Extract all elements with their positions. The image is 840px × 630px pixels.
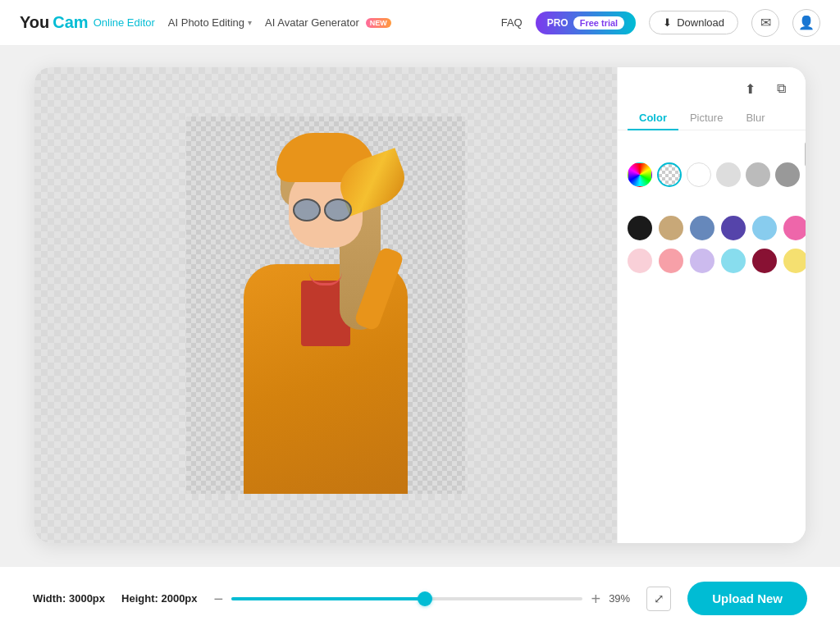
color-row-3	[628, 249, 796, 273]
bottom-bar: Width: 3000px Height: 2000px − + 39% ⤢ U…	[0, 566, 840, 630]
zoom-controls: − + 39%	[214, 591, 631, 607]
chevron-down-icon: ▾	[248, 18, 252, 27]
logo: YouCam Online Editor	[20, 13, 155, 32]
tab-picture[interactable]: Picture	[678, 107, 734, 130]
color-row-2	[628, 216, 796, 240]
glass-right	[324, 199, 352, 221]
color-swatch-sky[interactable]	[721, 249, 746, 273]
color-swatch-transparent[interactable]	[657, 162, 682, 187]
zoom-plus-button[interactable]: +	[591, 591, 600, 607]
user-button[interactable]: 👤	[792, 9, 820, 37]
compare-icon-btn[interactable]: ⧉	[769, 77, 792, 100]
canvas-area[interactable]	[34, 67, 617, 543]
zoom-slider[interactable]	[231, 591, 582, 607]
color-swatch-purple[interactable]	[721, 216, 746, 240]
width-label: Width: 3000px	[33, 592, 105, 605]
navbar: YouCam Online Editor AI Photo Editing ▾ …	[0, 0, 840, 46]
color-scrollbar-thumb	[805, 142, 806, 167]
color-grid	[618, 130, 806, 285]
glass-left	[293, 199, 321, 221]
zoom-fill	[231, 597, 425, 600]
download-button[interactable]: ⬇ Download	[649, 11, 738, 34]
height-label: Height: 2000px	[121, 592, 198, 605]
color-swatch-pink[interactable]	[783, 216, 806, 240]
upload-icon-btn[interactable]: ⬆	[738, 77, 761, 100]
color-swatch-lightgray2[interactable]	[746, 162, 770, 187]
editor-card: ⬆ ⧉ Color Picture Blur	[34, 67, 806, 543]
woman-glasses	[293, 199, 358, 221]
color-swatch-steelblue[interactable]	[690, 216, 714, 240]
color-row-1	[628, 162, 800, 187]
color-swatch-black[interactable]	[628, 216, 652, 240]
nav-ai-avatar-generator[interactable]: AI Avatar Generator NEW	[265, 16, 391, 29]
logo-you: You	[20, 13, 49, 32]
color-swatch-rose[interactable]	[659, 249, 683, 273]
share-button[interactable]: ✉	[751, 9, 779, 37]
expand-icon: ⤢	[654, 591, 664, 606]
panel-tabs: Color Picture Blur	[618, 107, 806, 130]
nav-ai-photo-editing[interactable]: AI Photo Editing ▾	[168, 16, 252, 29]
color-swatch-lightgray1[interactable]	[716, 162, 741, 187]
logo-sub: Online Editor	[94, 16, 155, 29]
user-icon: 👤	[798, 15, 815, 30]
panel-top-icons: ⬆ ⧉	[618, 77, 806, 107]
logo-cam: Cam	[52, 13, 88, 32]
color-swatch-white[interactable]	[687, 162, 711, 187]
right-panel: ⬆ ⧉ Color Picture Blur	[617, 67, 806, 543]
zoom-minus-button[interactable]: −	[214, 591, 224, 607]
free-trial-badge: Free trial	[573, 16, 624, 30]
zoom-thumb[interactable]	[418, 591, 432, 606]
color-swatch-lavender[interactable]	[690, 249, 714, 273]
zoom-percent: 39%	[609, 592, 630, 605]
color-swatch-crimson[interactable]	[752, 249, 777, 273]
tab-blur[interactable]: Blur	[734, 107, 776, 130]
send-icon: ✉	[760, 15, 771, 30]
expand-button[interactable]: ⤢	[646, 587, 671, 611]
pro-button[interactable]: PRO Free trial	[536, 11, 636, 34]
new-badge: NEW	[366, 18, 391, 28]
upload-new-button[interactable]: Upload New	[687, 582, 807, 615]
tab-color[interactable]: Color	[628, 107, 678, 130]
color-swatch-rainbow[interactable]	[628, 162, 652, 187]
zoom-track	[231, 597, 582, 600]
color-swatch-gray[interactable]	[775, 162, 800, 187]
main-content: ⬆ ⧉ Color Picture Blur	[0, 46, 840, 564]
download-icon: ⬇	[663, 16, 672, 29]
photo-subject	[186, 116, 465, 494]
color-swatch-tan[interactable]	[659, 216, 683, 240]
color-swatch-yellow[interactable]	[783, 249, 806, 273]
color-swatch-lightpink[interactable]	[628, 249, 652, 273]
photo-frame	[186, 116, 465, 494]
color-swatch-lightblue[interactable]	[752, 216, 777, 240]
nav-faq[interactable]: FAQ	[501, 16, 523, 29]
